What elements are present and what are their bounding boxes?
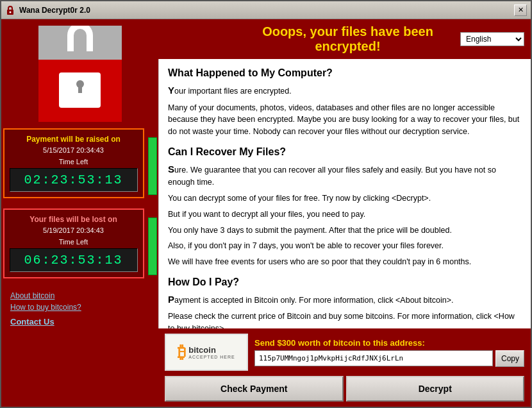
about-bitcoin-link[interactable]: About bitcoin [10, 291, 149, 300]
contact-us-link[interactable]: Contact Us [10, 317, 149, 327]
copy-button[interactable]: Copy [495, 350, 524, 367]
check-payment-button[interactable]: Check Payment [165, 376, 344, 402]
bitcoin-accepted-label: ACCEPTED HERE [188, 355, 235, 359]
main-text-scroll[interactable]: What Happened to My Computer? Your impor… [158, 59, 531, 328]
paragraph-1: Your important files are encrypted. [168, 83, 522, 98]
paragraph-5: But if you want to decrypt all your file… [168, 208, 522, 221]
paragraph-4: You can decrypt some of your files for f… [168, 192, 522, 205]
links-area: About bitcoin How to buy bitcoins? Conta… [8, 289, 152, 329]
paragraph-3: Sure. We guarantee that you can recover … [168, 162, 522, 189]
main-content: Payment will be raised on 5/15/2017 20:3… [1, 19, 531, 407]
close-button[interactable]: ✕ [514, 4, 527, 16]
header-area: Ooops, your files have been encrypted! E… [158, 19, 531, 59]
timer1-wrapper: Payment will be raised on 5/15/2017 20:3… [3, 128, 157, 203]
bitcoin-logo: ₿ bitcoin ACCEPTED HERE [165, 334, 248, 371]
section-title-2: Can I Recover My Files? [168, 144, 522, 160]
timer2-box: Your files will be lost on 5/19/2017 20:… [3, 208, 144, 278]
timer2-time-label: Time Left [10, 238, 138, 246]
decrypt-button[interactable]: Decrypt [346, 376, 525, 402]
paragraph-7: Also, if you don't pay in 7 days, you wo… [168, 240, 522, 252]
paragraph-2: Many of your documents, photos, videos, … [168, 102, 522, 138]
payment-area: ₿ bitcoin ACCEPTED HERE Send $300 worth … [158, 328, 531, 407]
padlock-shackle [67, 26, 93, 51]
paragraph-9: Payment is accepted in Bitcoin only. For… [168, 293, 522, 307]
timer1-progress-bar [148, 137, 157, 195]
timer1-label: Payment will be raised on [10, 135, 138, 144]
timer1-time-label: Time Left [10, 158, 138, 166]
payment-right: Send $300 worth of bitcoin to this addre… [254, 338, 524, 367]
timer1-date: 5/15/2017 20:34:43 [10, 146, 138, 154]
how-to-buy-link[interactable]: How to buy bitcoins? [10, 303, 149, 312]
header-title: Ooops, your files have been encrypted! [235, 24, 460, 54]
paragraph-6: You only have 3 days to submit the payme… [168, 225, 522, 237]
address-row: Copy [254, 350, 524, 367]
paragraph-8: We will have free events for users who a… [168, 256, 522, 268]
action-buttons-row: Check Payment Decrypt [165, 376, 524, 402]
main-window: Wana Decrypt0r 2.0 ✕ Payment will be ra [0, 0, 532, 408]
bitcoin-icon: ₿ [178, 343, 186, 362]
padlock-image [38, 26, 122, 122]
window-title: Wana Decrypt0r 2.0 [19, 6, 513, 15]
app-icon [5, 5, 15, 15]
timer2-display: 06:23:53:13 [10, 248, 138, 272]
section-title-3: How Do I Pay? [168, 275, 522, 290]
send-label: Send $300 worth of bitcoin to this addre… [254, 338, 524, 348]
padlock-keyhole [76, 80, 84, 88]
right-panel: Ooops, your files have been encrypted! E… [158, 19, 531, 407]
timer1-display: 02:23:53:13 [10, 168, 138, 192]
timer2-date: 5/19/2017 20:34:43 [10, 226, 138, 234]
timer2-wrapper: Your files will be lost on 5/19/2017 20:… [3, 208, 157, 284]
padlock-body [59, 72, 101, 108]
timer2-label: Your files will be lost on [10, 215, 138, 224]
bitcoin-row: ₿ bitcoin ACCEPTED HERE Send $300 worth … [165, 334, 524, 371]
paragraph-10: Please check the current price of Bitcoi… [168, 310, 522, 328]
section-title-1: What Happened to My Computer? [168, 65, 522, 81]
title-bar: Wana Decrypt0r 2.0 ✕ [1, 1, 531, 19]
timer2-progress-bar [148, 217, 157, 275]
bitcoin-name: bitcoin [188, 345, 235, 355]
language-selector[interactable]: English [460, 32, 524, 46]
svg-point-1 [10, 11, 12, 13]
left-panel: Payment will be raised on 5/15/2017 20:3… [1, 19, 158, 407]
timer1-box: Payment will be raised on 5/15/2017 20:3… [3, 128, 144, 198]
bitcoin-address-input[interactable] [254, 350, 493, 366]
